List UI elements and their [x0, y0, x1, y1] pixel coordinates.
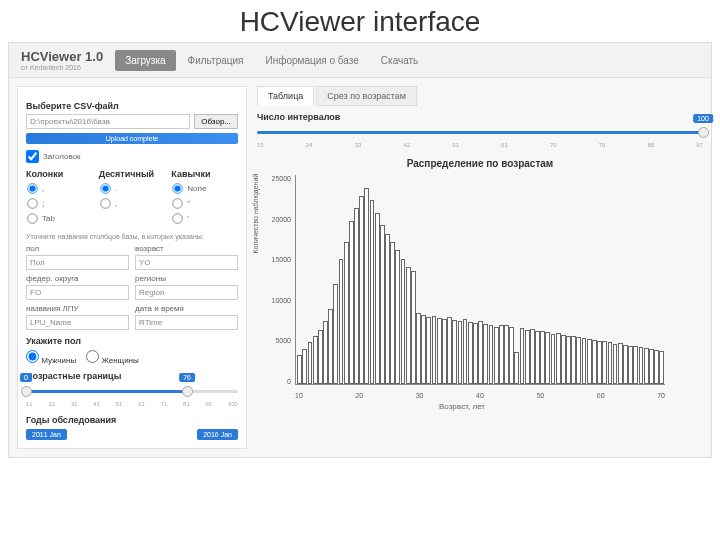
- fo-input[interactable]: [26, 285, 129, 300]
- choose-file-label: Выберите CSV-файл: [26, 101, 238, 111]
- histogram-bar: [659, 351, 664, 384]
- histogram-bar: [483, 324, 488, 384]
- reg-input[interactable]: [135, 285, 238, 300]
- age-label: возраст: [135, 244, 238, 253]
- dec-dot[interactable]: .: [99, 182, 166, 195]
- histogram-bar: [458, 321, 463, 384]
- decimal-heading: Десятичный: [99, 169, 166, 179]
- histogram-bar: [364, 188, 369, 384]
- histogram-bar: [540, 331, 545, 384]
- histogram-bar: [639, 347, 644, 384]
- histogram-bar: [545, 332, 550, 384]
- histogram-bar: [623, 345, 628, 384]
- nav-tab[interactable]: Фильтрация: [178, 50, 254, 71]
- header-checkbox-label: Заголовок: [43, 152, 81, 161]
- content-tab[interactable]: Срез по возрастам: [316, 86, 417, 106]
- histogram-bar: [390, 242, 395, 384]
- histogram-bar: [308, 342, 313, 384]
- histogram-bar: [421, 315, 426, 384]
- histogram-bar: [297, 355, 302, 384]
- histogram-bar: [602, 341, 607, 384]
- histogram-bar: [613, 344, 618, 384]
- year-from[interactable]: 2011 Jan: [26, 429, 67, 440]
- histogram-bar: [628, 346, 633, 384]
- histogram-bar: [478, 321, 483, 384]
- x-axis-label: Возраст, лет: [439, 402, 485, 411]
- columns-heading: Колонки: [26, 169, 93, 179]
- header-checkbox-row[interactable]: Заголовок: [26, 150, 238, 163]
- histogram-bar: [406, 267, 411, 384]
- histogram-bar: [359, 196, 364, 384]
- col-sep-comma[interactable]: ,: [26, 182, 93, 195]
- age-input[interactable]: [135, 255, 238, 270]
- interval-handle[interactable]: [698, 127, 709, 138]
- age-lo-handle[interactable]: [21, 386, 32, 397]
- histogram-bar: [323, 321, 328, 384]
- y-axis: 2500020000150001000050000: [257, 175, 291, 385]
- histogram-bar: [437, 318, 442, 384]
- chart-title: Распределение по возрастам: [257, 158, 703, 169]
- histogram-bar: [654, 350, 659, 384]
- quote-double[interactable]: ": [171, 197, 238, 210]
- brand-sub: от Kedаntech 2016: [21, 64, 103, 71]
- histogram-bar: [618, 343, 623, 384]
- histogram-bar: [520, 328, 525, 384]
- histogram-bar: [468, 322, 473, 384]
- histogram-bar: [411, 271, 416, 384]
- file-path-input[interactable]: [26, 114, 190, 129]
- gender-female[interactable]: Женщины: [86, 350, 139, 365]
- histogram-bar: [452, 320, 457, 384]
- nav-tab[interactable]: Загрузка: [115, 50, 175, 71]
- main-area: Выберите CSV-файл Обзор... Upload comple…: [9, 78, 711, 457]
- dt-input[interactable]: [135, 315, 238, 330]
- interval-heading: Число интервалов: [257, 112, 703, 122]
- histogram-bar: [333, 284, 338, 384]
- interval-badge: 100: [693, 114, 713, 123]
- gender-male[interactable]: Мужчины: [26, 350, 76, 365]
- chart-area: Распределение по возрастам Количество на…: [257, 158, 703, 405]
- content-tabs: ТаблицаСрез по возрастам: [257, 86, 703, 106]
- histogram-bar: [385, 234, 390, 384]
- histogram-bar: [354, 208, 359, 384]
- brand: HCViewer 1.0 от Kedаntech 2016: [21, 49, 103, 71]
- lpu-input[interactable]: [26, 315, 129, 330]
- pol-input[interactable]: [26, 255, 129, 270]
- year-to[interactable]: 2016 Jan: [197, 429, 238, 440]
- histogram-bar: [561, 335, 566, 384]
- col-sep-tab[interactable]: Tab: [26, 212, 93, 225]
- histogram-bar: [401, 259, 406, 384]
- quote-single[interactable]: ': [171, 212, 238, 225]
- histogram-bar: [587, 339, 592, 384]
- histogram-bar: [566, 336, 571, 384]
- histogram-bar: [395, 250, 400, 384]
- browse-button[interactable]: Обзор...: [194, 114, 238, 129]
- dec-comma[interactable]: ,: [99, 197, 166, 210]
- header-checkbox[interactable]: [26, 150, 39, 163]
- histogram-bar: [494, 327, 499, 384]
- age-hi-badge: 76: [179, 373, 195, 382]
- interval-slider[interactable]: 100 15243342516170798897: [257, 126, 703, 148]
- histogram-bar: [592, 340, 597, 384]
- age-bounds-heading: Возрастные границы: [26, 371, 238, 381]
- histogram-bar: [380, 225, 385, 384]
- nav-tab[interactable]: Скачать: [371, 50, 429, 71]
- histogram-bar: [442, 319, 447, 384]
- age-range-slider[interactable]: 0 76 112131415161718191100: [26, 385, 238, 407]
- years-heading: Годы обследования: [26, 415, 238, 425]
- nav-tab[interactable]: Информация о базе: [255, 50, 368, 71]
- histogram-bar: [426, 317, 431, 384]
- histogram-bar: [370, 200, 375, 384]
- histogram-bar: [416, 313, 421, 384]
- pol-label: пол: [26, 244, 129, 253]
- age-lo-badge: 0: [20, 373, 32, 382]
- quotes-heading: Кавычки: [171, 169, 238, 179]
- col-sep-semicolon[interactable]: ;: [26, 197, 93, 210]
- age-hi-handle[interactable]: [182, 386, 193, 397]
- histogram-bar: [525, 330, 530, 384]
- histogram-bar: [633, 346, 638, 384]
- content-tab[interactable]: Таблица: [257, 86, 314, 106]
- histogram-bar: [644, 348, 649, 384]
- histogram-bar: [582, 338, 587, 384]
- quote-none[interactable]: None: [171, 182, 238, 195]
- topbar: HCViewer 1.0 от Kedаntech 2016 ЗагрузкаФ…: [9, 43, 711, 78]
